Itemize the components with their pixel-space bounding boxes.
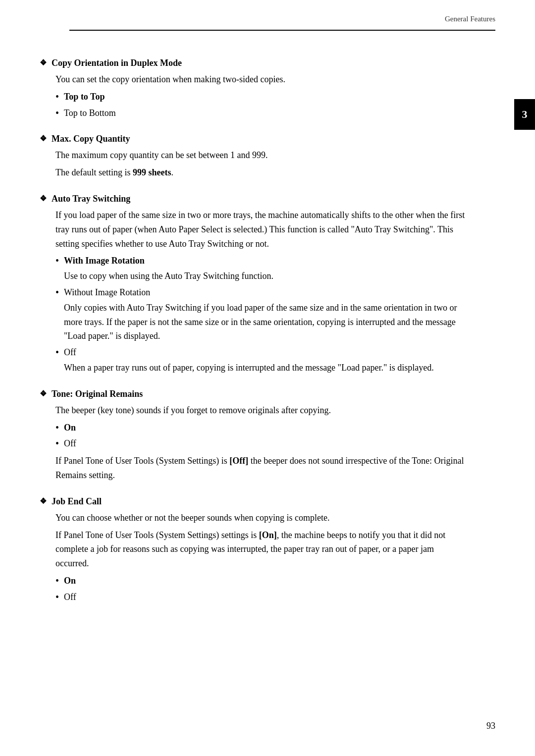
chapter-tab: 3: [514, 99, 535, 130]
main-content: Copy Orientation in Duplex Mode You can …: [40, 58, 495, 604]
bullet-top-to-bottom: Top to Bottom: [55, 106, 466, 120]
section-body-copy-orientation: You can set the copy orientation when ma…: [55, 72, 466, 120]
tone-bullets: On Off: [55, 421, 466, 451]
copy-orientation-body: You can set the copy orientation when ma…: [55, 72, 466, 87]
section-tone-original-remains: Tone: Original Remains The beeper (key t…: [40, 389, 466, 483]
bullet-without-image-rotation: Without Image Rotation Only copies with …: [55, 285, 466, 343]
max-copy-body2: The default setting is 999 sheets.: [55, 165, 466, 180]
page-number: 93: [486, 721, 495, 731]
job-end-bullets: On Off: [55, 574, 466, 604]
job-end-body1: You can choose whether or not the beeper…: [55, 511, 466, 525]
copy-orientation-bullets: Top to Top Top to Bottom: [55, 90, 466, 120]
section-title-auto-tray-switching: Auto Tray Switching: [40, 194, 466, 204]
section-body-tone-original-remains: The beeper (key tone) sounds if you forg…: [55, 403, 466, 483]
section-title-job-end-call: Job End Call: [40, 496, 466, 507]
bullet-job-end-off: Off: [55, 590, 466, 604]
section-title-max-copy-quantity: Max. Copy Quantity: [40, 134, 466, 144]
bullet-top-to-top: Top to Top: [55, 90, 466, 104]
section-body-max-copy-quantity: The maximum copy quantity can be set bet…: [55, 148, 466, 180]
auto-tray-body: If you load paper of the same size in tw…: [55, 208, 466, 251]
bullet-off: Off When a paper tray runs out of paper,…: [55, 345, 466, 375]
section-title-tone-original-remains: Tone: Original Remains: [40, 389, 466, 399]
page-container: General Features 3 Copy Orientation in D…: [0, 0, 535, 756]
section-body-auto-tray-switching: If you load paper of the same size in tw…: [55, 208, 466, 375]
tone-body: The beeper (key tone) sounds if you forg…: [55, 403, 466, 418]
job-end-body2: If Panel Tone of User Tools (System Sett…: [55, 528, 466, 571]
tone-footer: If Panel Tone of User Tools (System Sett…: [55, 454, 466, 483]
bullet-with-image-rotation: With Image Rotation Use to copy when usi…: [55, 254, 466, 283]
section-auto-tray-switching: Auto Tray Switching If you load paper of…: [40, 194, 466, 375]
bullet-tone-off: Off: [55, 436, 466, 451]
section-title-copy-orientation: Copy Orientation in Duplex Mode: [40, 58, 466, 68]
section-max-copy-quantity: Max. Copy Quantity The maximum copy quan…: [40, 134, 466, 180]
header-bar: General Features: [445, 15, 495, 23]
section-copy-orientation: Copy Orientation in Duplex Mode You can …: [40, 58, 466, 120]
bullet-job-end-on: On: [55, 574, 466, 588]
header-title: General Features: [445, 15, 495, 23]
auto-tray-bullets: With Image Rotation Use to copy when usi…: [55, 254, 466, 375]
section-job-end-call: Job End Call You can choose whether or n…: [40, 496, 466, 604]
header-line: [69, 30, 495, 31]
bullet-tone-on: On: [55, 421, 466, 435]
max-copy-body1: The maximum copy quantity can be set bet…: [55, 148, 466, 162]
section-body-job-end-call: You can choose whether or not the beeper…: [55, 511, 466, 604]
